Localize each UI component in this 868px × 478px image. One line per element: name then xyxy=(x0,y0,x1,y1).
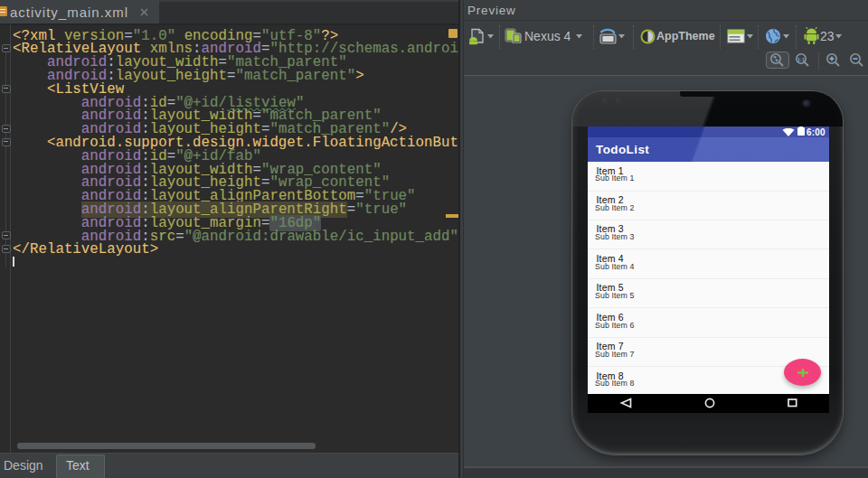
svg-text:1:1: 1:1 xyxy=(797,57,806,62)
